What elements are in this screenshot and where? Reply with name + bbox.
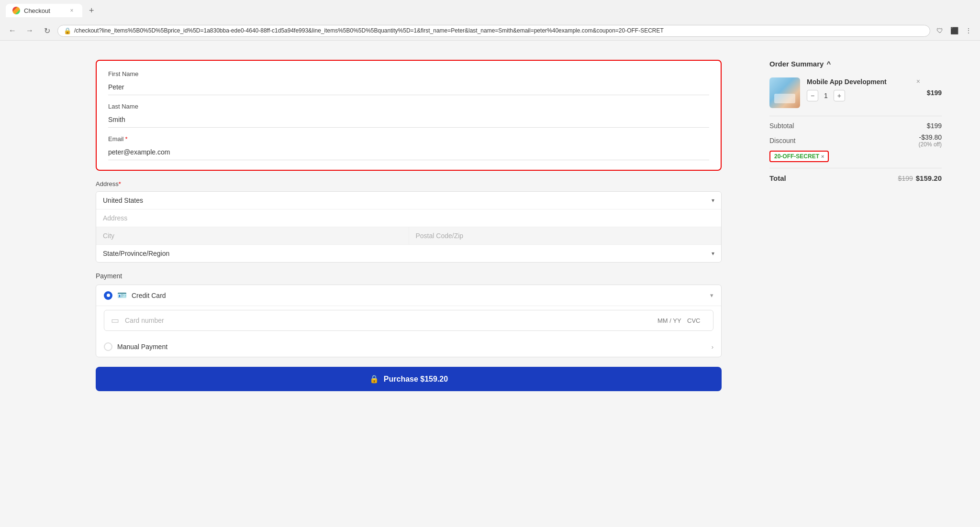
email-group: Email * (108, 135, 709, 160)
order-item-price: $199 (927, 89, 942, 97)
state-chevron-icon: ▾ (712, 250, 714, 257)
payment-section: Payment 🪪 Credit Card ▾ ▭ Card number (96, 272, 722, 357)
discount-row: Discount -$39.80 (20% off) 20-OFF-SECRET… (769, 133, 942, 162)
last-name-label: Last Name (108, 103, 709, 110)
total-row: Total $199 $159.20 (769, 174, 942, 182)
total-divider (769, 168, 942, 168)
purchase-button[interactable]: 🔒 Purchase $159.20 (96, 367, 722, 391)
address-bar[interactable]: 🔒 /checkout?line_items%5B0%5D%5Bprice_id… (57, 25, 930, 37)
forward-button[interactable]: → (23, 24, 36, 37)
postal-input[interactable] (416, 232, 715, 240)
order-divider (769, 116, 942, 116)
browser-actions: 🛡 ⬛ ⋮ (934, 25, 974, 36)
discount-header: Discount -$39.80 (20% off) (769, 133, 942, 148)
email-label: Email * (108, 135, 709, 143)
first-name-label: First Name (108, 70, 709, 77)
manual-payment-option[interactable]: Manual Payment › (96, 337, 721, 357)
credit-card-radio[interactable] (104, 291, 112, 300)
last-name-group: Last Name (108, 103, 709, 128)
back-button[interactable]: ← (6, 24, 19, 37)
order-summary-toggle-icon[interactable]: ^ (826, 60, 831, 68)
total-value: $199 $159.20 (898, 174, 942, 182)
card-chip-icon: ▭ (111, 315, 119, 326)
subtotal-value: $199 (927, 122, 942, 130)
card-cvc-input[interactable] (687, 317, 706, 324)
credit-card-chevron-icon: ▾ (710, 292, 713, 299)
tab-close-button[interactable]: × (68, 7, 76, 14)
discount-amount-col: -$39.80 (20% off) (919, 133, 942, 148)
purchase-lock-icon: 🔒 (369, 374, 379, 384)
postal-half (409, 227, 722, 245)
address-box: United States ▾ (96, 191, 722, 263)
order-summary: Order Summary ^ Mobile App Development −… (750, 41, 980, 527)
subtotal-row: Subtotal $199 (769, 122, 942, 130)
card-date-input[interactable] (657, 317, 681, 324)
address-row (96, 209, 721, 227)
total-original-price: $199 (898, 175, 913, 182)
page-content: First Name Last Name Email * Address* (0, 41, 980, 527)
card-fields: ▭ Card number (104, 310, 713, 331)
country-select[interactable]: United States (103, 197, 712, 204)
total-label: Total (769, 174, 786, 182)
personal-info-section: First Name Last Name Email * (96, 60, 722, 171)
discount-amount: -$39.80 (919, 133, 942, 141)
shield-icon[interactable]: 🛡 (934, 25, 946, 36)
quantity-increase-button[interactable]: + (834, 90, 845, 101)
city-input[interactable] (103, 232, 402, 240)
coupon-code: 20-OFF-SECRET (774, 153, 819, 160)
discount-percent: (20% off) (919, 141, 942, 148)
credit-card-icon: 🪪 (117, 291, 127, 300)
quantity-value: 1 (824, 92, 828, 99)
discount-label: Discount (769, 137, 795, 144)
checkout-form: First Name Last Name Email * Address* (0, 41, 750, 527)
credit-card-option[interactable]: 🪪 Credit Card ▾ (96, 285, 721, 306)
address-label: Address* (96, 180, 722, 187)
payment-label: Payment (96, 272, 722, 280)
address-section: Address* United States ▾ (96, 180, 722, 263)
coupon-tag: 20-OFF-SECRET × (769, 151, 829, 162)
order-item-details: Mobile App Development − 1 + (807, 77, 910, 101)
manual-payment-radio[interactable] (104, 342, 112, 351)
state-select[interactable]: State/Province/Region (103, 250, 712, 257)
city-half (96, 227, 409, 245)
email-required: * (125, 135, 128, 143)
last-name-input[interactable] (108, 112, 709, 128)
address-bar-url: /checkout?line_items%5B0%5D%5Bprice_id%5… (74, 27, 924, 34)
order-item-name: Mobile App Development (807, 77, 910, 86)
refresh-button[interactable]: ↻ (40, 24, 54, 37)
coupon-remove-button[interactable]: × (821, 154, 824, 159)
browser-chrome: Checkout × + ← → ↻ 🔒 /checkout?line_item… (0, 0, 980, 41)
card-number-placeholder[interactable]: Card number (125, 317, 652, 324)
total-final-price: $159.20 (916, 174, 942, 182)
order-summary-header: Order Summary ^ (769, 60, 942, 68)
state-row: State/Province/Region ▾ (96, 245, 721, 262)
order-item: Mobile App Development − 1 + × $199 (769, 77, 942, 108)
browser-titlebar: Checkout × + (0, 0, 980, 21)
new-tab-button[interactable]: + (86, 5, 97, 17)
address-bar-lock-icon: 🔒 (64, 27, 71, 34)
tab-favicon (12, 7, 20, 14)
first-name-group: First Name (108, 70, 709, 95)
payment-box: 🪪 Credit Card ▾ ▭ Card number Manual Pay… (96, 285, 722, 357)
menu-icon[interactable]: ⋮ (963, 25, 974, 36)
country-chevron-icon: ▾ (712, 197, 714, 204)
extensions-icon[interactable]: ⬛ (948, 25, 960, 36)
purchase-label: Purchase $159.20 (384, 375, 448, 384)
order-item-close-button[interactable]: × (916, 77, 920, 85)
country-row: United States ▾ (96, 192, 721, 209)
email-input[interactable] (108, 144, 709, 160)
quantity-controls: − 1 + (807, 90, 910, 101)
first-name-input[interactable] (108, 79, 709, 95)
city-postal-row (96, 227, 721, 245)
credit-card-label: Credit Card (132, 292, 705, 299)
order-item-thumbnail (769, 77, 800, 108)
manual-payment-chevron-icon: › (712, 343, 713, 351)
address-input[interactable] (103, 214, 714, 222)
browser-toolbar: ← → ↻ 🔒 /checkout?line_items%5B0%5D%5Bpr… (0, 21, 980, 40)
order-summary-title: Order Summary (769, 60, 824, 68)
subtotal-label: Subtotal (769, 122, 794, 130)
tab-title: Checkout (24, 7, 50, 14)
manual-payment-label: Manual Payment (117, 343, 707, 351)
quantity-decrease-button[interactable]: − (807, 90, 818, 101)
browser-tab[interactable]: Checkout × (6, 4, 82, 17)
